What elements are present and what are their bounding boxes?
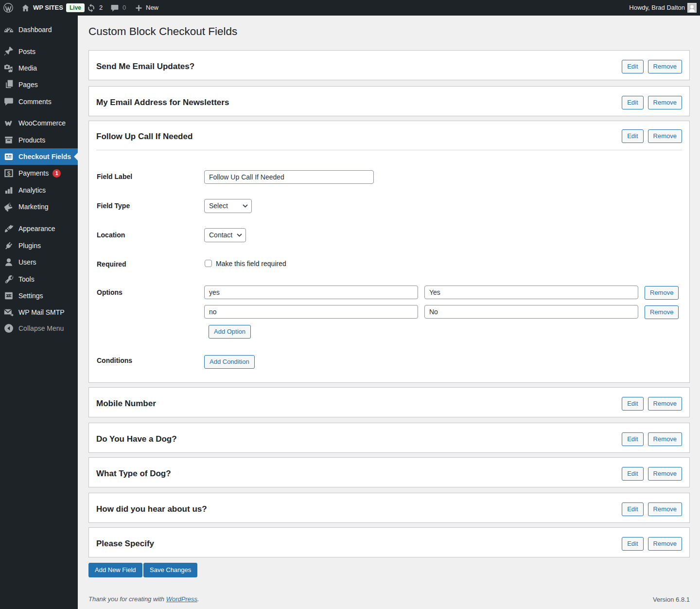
svg-text:$: $: [7, 170, 11, 177]
